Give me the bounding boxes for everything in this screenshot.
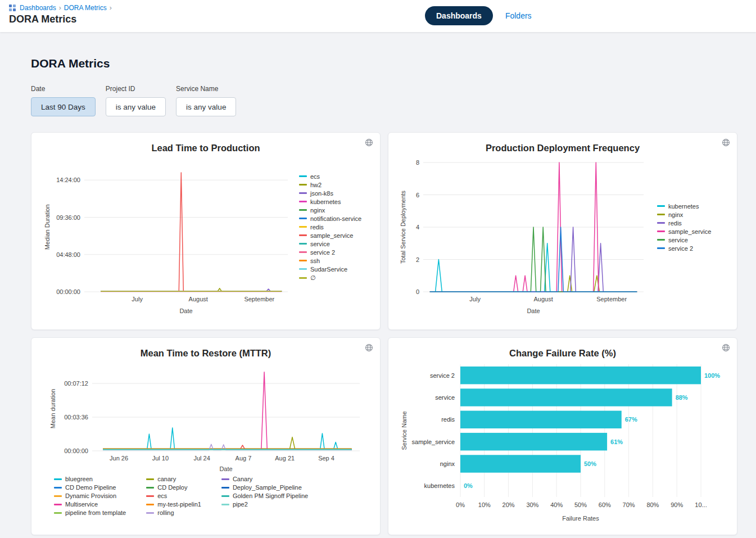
card-deployment-frequency: Production Deployment Frequency 02468Jul… xyxy=(388,132,737,330)
tab-folders[interactable]: Folders xyxy=(500,6,537,25)
legend-item-redis[interactable]: redis xyxy=(657,220,711,227)
legend-item-multiservice[interactable]: Multiservice xyxy=(54,501,126,508)
y-tick-label: 09:36:00 xyxy=(56,214,80,221)
legend-item-service[interactable]: service xyxy=(299,241,361,247)
x-tick-label: 10% xyxy=(478,501,491,508)
legend-item-nginx[interactable]: nginx xyxy=(299,207,361,214)
value-label: 61% xyxy=(610,438,623,445)
legend-item-ecs[interactable]: ecs xyxy=(146,492,201,499)
globe-icon[interactable] xyxy=(722,138,730,147)
chart-title-lead-time: Lead Time to Production xyxy=(40,143,371,153)
x-tick-label: 30% xyxy=(526,501,538,508)
x-tick-label: 40% xyxy=(550,501,563,508)
legend-item-ecs[interactable]: ecs xyxy=(299,173,361,180)
legend-label: Multiservice xyxy=(65,501,98,508)
card-mttr: Mean Time to Restore (MTTR) 00:00:0000:0… xyxy=(31,337,381,535)
legend-item-deploy_sample_pipeline[interactable]: Deploy_Sample_Pipeline xyxy=(221,484,308,491)
legend-swatch xyxy=(657,205,665,207)
chart-title-deployment-frequency: Production Deployment Frequency xyxy=(397,143,728,153)
filter-label-service-name: Service Name xyxy=(176,85,236,93)
legend-swatch xyxy=(657,214,665,215)
legend-label: nginx xyxy=(668,211,683,218)
legend-swatch xyxy=(299,277,307,279)
dashboards-grid-icon xyxy=(9,4,16,11)
legend-swatch xyxy=(221,487,229,489)
legend-label: nginx xyxy=(310,207,325,214)
legend-swatch xyxy=(146,504,154,505)
legend-item-cd-demo-pipeline[interactable]: CD Demo Pipeline xyxy=(54,484,126,491)
legend-label: hw2 xyxy=(310,182,322,188)
globe-icon[interactable] xyxy=(365,138,373,147)
chart-canvas: 02468JulyAugustSeptemberDateTotal Servic… xyxy=(397,155,651,317)
bar-service-2[interactable] xyxy=(460,367,701,384)
filter-project-id-button[interactable]: is any value xyxy=(106,97,166,116)
legend-swatch xyxy=(299,218,307,219)
bar-service[interactable] xyxy=(460,388,672,406)
legend-item-rolling[interactable]: rolling xyxy=(146,509,201,516)
legend-item-pipeline-from-template[interactable]: pipeline from template xyxy=(54,509,126,516)
legend-swatch xyxy=(221,478,229,480)
tab-dashboards[interactable]: Dashboards xyxy=(425,6,493,25)
series-line-nginx xyxy=(430,275,637,292)
globe-icon[interactable] xyxy=(722,343,730,352)
x-tick-label: September xyxy=(596,296,627,302)
bar-nginx[interactable] xyxy=(460,455,581,472)
legend-item-sample_service[interactable]: sample_service xyxy=(657,228,711,235)
filter-service-name-button[interactable]: is any value xyxy=(176,97,236,116)
breadcrumb-link-dora-metrics[interactable]: DORA Metrics xyxy=(64,4,107,12)
legend-item-hw2[interactable]: hw2 xyxy=(299,182,361,188)
legend-label: kubernetes xyxy=(310,198,341,205)
y-tick-label: 00:00:00 xyxy=(64,447,88,454)
bar-redis[interactable] xyxy=(460,411,622,428)
legend-item-∅[interactable]: ∅ xyxy=(299,274,361,282)
change-failure-rate-chart-body: 0%10%20%30%40%50%60%70%80%90%10...servic… xyxy=(397,360,728,524)
x-tick-label: 0% xyxy=(456,501,465,508)
legend-item-service[interactable]: service xyxy=(657,237,711,243)
legend-swatch xyxy=(657,247,665,249)
legend-item-sudarservice[interactable]: SudarService xyxy=(299,266,361,273)
y-tick-label: 0 xyxy=(416,288,419,295)
value-label: 50% xyxy=(584,460,596,467)
legend-item-canary[interactable]: Canary xyxy=(221,476,308,482)
series-line-sample_service xyxy=(101,173,282,291)
legend-swatch xyxy=(657,239,665,241)
legend-item-cd-deploy[interactable]: CD Deploy xyxy=(146,484,201,491)
breadcrumb-link-dashboards[interactable]: Dashboards xyxy=(20,4,56,12)
legend-item-sample_service[interactable]: sample_service xyxy=(299,232,361,239)
x-tick-label: Aug 21 xyxy=(275,455,295,462)
legend-item-bluegreen[interactable]: bluegreen xyxy=(54,476,126,482)
legend-swatch xyxy=(221,495,229,497)
legend-item-my-test-pipelin1[interactable]: my-test-pipelin1 xyxy=(146,501,201,508)
legend-item-service-2[interactable]: service 2 xyxy=(299,249,361,256)
deployment-frequency-chart-body: 02468JulyAugustSeptemberDateTotal Servic… xyxy=(397,155,728,317)
value-label: 100% xyxy=(704,372,720,379)
chart-canvas: 0%10%20%30%40%50%60%70%80%90%10...servic… xyxy=(397,360,727,524)
legend-item-notification-service[interactable]: notification-service xyxy=(299,215,361,222)
x-tick-label: September xyxy=(244,296,274,302)
legend-item-canary[interactable]: canary xyxy=(146,476,201,482)
bar-sample_service[interactable] xyxy=(460,433,607,450)
legend-item-nginx[interactable]: nginx xyxy=(657,211,711,218)
legend-label: notification-service xyxy=(310,215,361,222)
legend-item-dynamic-provision[interactable]: Dynamic Provision xyxy=(54,492,126,499)
filter-date: Date Last 90 Days xyxy=(31,85,96,116)
legend-item-kubernetes[interactable]: kubernetes xyxy=(299,198,361,205)
legend-item-kubernetes[interactable]: kubernetes xyxy=(657,203,711,210)
globe-icon[interactable] xyxy=(365,343,373,352)
legend-item-json-k8s[interactable]: json-k8s xyxy=(299,190,361,197)
legend-item-ssh[interactable]: ssh xyxy=(299,257,361,264)
filter-date-button[interactable]: Last 90 Days xyxy=(31,97,96,116)
y-tick-label: 04:48:00 xyxy=(56,251,80,258)
x-tick-label: Aug 7 xyxy=(236,455,252,462)
legend-item-redis[interactable]: redis xyxy=(299,224,361,230)
legend-label: ∅ xyxy=(310,274,316,282)
x-axis-title: Failure Rates xyxy=(562,515,599,522)
x-tick-label: August xyxy=(534,296,553,302)
category-label: sample_service xyxy=(412,438,455,445)
category-label: redis xyxy=(441,416,455,423)
legend-item-service-2[interactable]: service 2 xyxy=(657,245,711,252)
legend-item-pipe2[interactable]: pipe2 xyxy=(221,501,308,508)
card-change-failure-rate: Change Failure Rate (%) 0%10%20%30%40%50… xyxy=(388,337,737,535)
legend-item-golden-pm-signoff-pipeline[interactable]: Golden PM Signoff Pipeline xyxy=(221,492,308,499)
lead-time-chart-body: 00:00:0004:48:0009:36:0014:24:00JulyAugu… xyxy=(40,155,371,317)
